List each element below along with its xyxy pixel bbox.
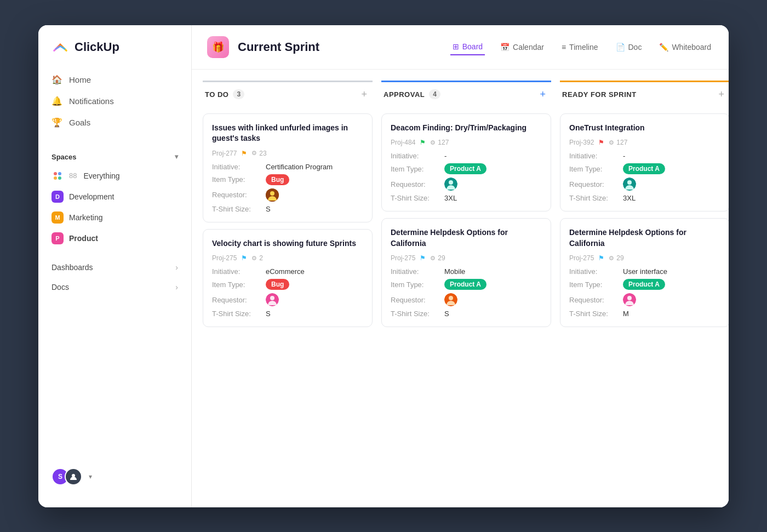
column-count-approval: 4 (429, 89, 440, 99)
requestor-label: Requestor: (212, 191, 261, 199)
tag-approval-2: Product A (444, 279, 486, 290)
card-id-ready-1: Proj-392 (569, 139, 594, 146)
tab-whiteboard-label: Whiteboard (672, 43, 711, 52)
cards-list-ready: OneTrust Integration Proj-392 ⚑ ⚙ 127 In (560, 113, 729, 328)
svg-point-16 (627, 296, 632, 300)
sidebar-item-notifications[interactable]: 🔔 Notifications (45, 90, 185, 112)
add-card-approval-button[interactable]: + (536, 88, 549, 101)
card-id-ready-2: Proj-275 (569, 254, 594, 262)
cards-list-todo: Issues with linked unfurled images in gu… (203, 113, 373, 328)
svg-point-12 (449, 296, 453, 300)
field-tshirt-todo-1: T-Shirt Size: S (212, 205, 363, 213)
card-ready-1[interactable]: OneTrust Integration Proj-392 ⚑ ⚙ 127 In (560, 113, 729, 212)
card-title-todo-1: Issues with linked unfurled images in gu… (212, 123, 363, 144)
sidebar-item-home[interactable]: 🏠 Home (45, 69, 185, 90)
card-approval-1[interactable]: Deacom Finding: Dry/Trim/Packaging Proj-… (381, 113, 551, 212)
tab-board[interactable]: ⊞ Board (450, 39, 485, 55)
tag-approval-1: Product A (444, 163, 486, 174)
card-fields-todo-2: Initiative: eCommerce Item Type: Bug Req… (212, 267, 363, 318)
add-card-todo-button[interactable]: + (358, 88, 370, 101)
svg-point-6 (270, 191, 274, 196)
svg-point-1 (58, 172, 61, 175)
card-id-approval-1: Proj-484 (391, 139, 415, 146)
everything-icon (51, 170, 64, 182)
card-fields-approval-2: Initiative: Mobile Item Type: Product A … (391, 267, 542, 318)
flag-icon-ready-1: ⚑ (598, 139, 604, 146)
column-header-todo: TO DO 3 + (203, 81, 373, 107)
product-dot: P (51, 232, 64, 244)
sidebar-item-everything[interactable]: 88 Everything (45, 165, 185, 186)
sidebar: ClickUp 🏠 Home 🔔 Notifications 🏆 Goals S… (38, 25, 192, 507)
calendar-icon: 📅 (500, 43, 510, 52)
card-meta-todo-1: Proj-277 ⚑ ⚙ 23 (212, 150, 363, 157)
spaces-section-header: Spaces ▾ (38, 148, 191, 165)
card-id-todo-1: Proj-277 (212, 150, 237, 157)
card-meta-approval-2: Proj-275 ⚑ ⚙ 29 (391, 254, 542, 262)
card-title-ready-2: Determine Helpdesk Options for Californi… (569, 227, 720, 249)
card-meta-ready-2: Proj-275 ⚑ ⚙ 29 (569, 254, 720, 262)
points-group-approval-1: ⚙ 127 (430, 139, 449, 146)
sidebar-item-goals[interactable]: 🏆 Goals (45, 112, 185, 133)
field-requestor-todo-1: Requestor: (212, 188, 363, 202)
initiative-label: Initiative: (212, 163, 261, 171)
tag-ready-1: Product A (623, 163, 665, 174)
doc-icon: 📄 (616, 43, 625, 52)
initiative-value-todo-1: Certification Program (266, 163, 333, 171)
card-todo-1[interactable]: Issues with linked unfurled images in gu… (203, 113, 373, 222)
sidebar-item-docs[interactable]: Docs › (45, 277, 185, 297)
sidebar-item-goals-label: Goals (69, 118, 90, 127)
card-meta-ready-1: Proj-392 ⚑ ⚙ 127 (569, 139, 720, 146)
points-group-ready-1: ⚙ 127 (609, 139, 627, 146)
sidebar-item-marketing[interactable]: M Marketing (45, 207, 185, 228)
card-title-todo-2: Velocity chart is showing future Sprints (212, 238, 363, 249)
logo-text: ClickUp (75, 40, 119, 54)
tab-board-label: Board (462, 42, 483, 51)
svg-point-2 (54, 176, 57, 180)
tab-whiteboard[interactable]: ✏️ Whiteboard (657, 39, 713, 55)
avatar-ready-1 (623, 178, 636, 191)
tshirt-value-todo-1: S (266, 205, 271, 213)
cards-list-approval: Deacom Finding: Dry/Trim/Packaging Proj-… (381, 113, 551, 328)
field-itemtype-todo-2: Item Type: Bug (212, 279, 363, 290)
top-nav: ⊞ Board 📅 Calendar ≡ Timeline 📄 Doc ✏️ (450, 39, 713, 55)
whiteboard-icon: ✏️ (659, 43, 668, 52)
svg-point-14 (627, 180, 632, 185)
column-count-todo: 3 (233, 89, 244, 99)
field-requestor-todo-2: Requestor: (212, 293, 363, 306)
development-dot: D (51, 191, 64, 203)
avatar-profile (65, 468, 82, 485)
itemtype-label: Item Type: (212, 175, 261, 184)
app-container: ClickUp 🏠 Home 🔔 Notifications 🏆 Goals S… (38, 25, 729, 507)
tag-todo-2: Bug (266, 279, 289, 290)
tag-ready-2: Product A (623, 279, 665, 290)
sidebar-item-dashboards[interactable]: Dashboards › (45, 258, 185, 277)
sidebar-item-development[interactable]: D Development (45, 186, 185, 207)
tab-calendar[interactable]: 📅 Calendar (498, 39, 546, 55)
footer-chevron-icon: ▾ (89, 473, 92, 480)
tab-doc[interactable]: 📄 Doc (614, 39, 644, 55)
card-todo-2[interactable]: Velocity chart is showing future Sprints… (203, 229, 373, 328)
sidebar-item-product[interactable]: P Product (45, 228, 185, 249)
tab-timeline-label: Timeline (569, 43, 598, 52)
column-title-approval: APPROVAL (384, 90, 425, 99)
card-approval-2[interactable]: Determine Helpdesk Options for Californi… (381, 218, 551, 327)
sidebar-item-development-label: Development (69, 192, 115, 201)
initiative-value-todo-2: eCommerce (266, 267, 305, 276)
sidebar-bottom: Dashboards › Docs › (38, 258, 191, 297)
card-ready-2[interactable]: Determine Helpdesk Options for Californi… (560, 218, 729, 327)
avatar-approval-1 (444, 178, 457, 191)
tab-calendar-label: Calendar (513, 43, 544, 52)
sidebar-item-product-label: Product (69, 234, 98, 243)
sidebar-item-notifications-label: Notifications (69, 96, 114, 106)
svg-point-3 (58, 176, 61, 180)
timeline-icon: ≡ (562, 43, 566, 52)
trophy-icon: 🏆 (51, 117, 62, 128)
tab-timeline[interactable]: ≡ Timeline (559, 39, 600, 55)
points-group-todo-1: ⚙ 23 (251, 150, 266, 157)
dashboards-label: Dashboards (51, 263, 93, 272)
add-card-ready-button[interactable]: + (715, 88, 728, 101)
card-fields-ready-2: Initiative: User interface Item Type: Pr… (569, 267, 720, 318)
sidebar-item-everything-label: Everything (83, 171, 119, 180)
spaces-list: 88 Everything D Development M Marketing … (38, 165, 191, 249)
column-title-ready: READY FOR SPRINT (562, 90, 637, 99)
